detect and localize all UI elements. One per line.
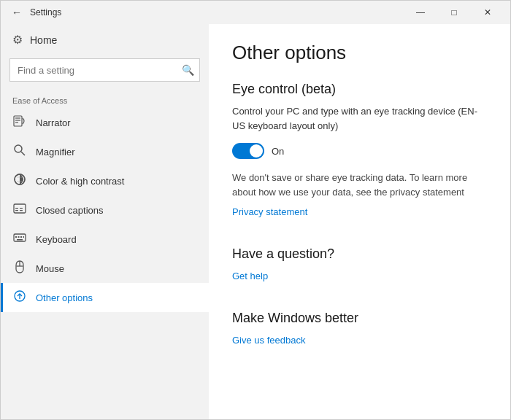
svg-rect-13: [20, 208, 23, 209]
sidebar-item-label-magnifier: Magnifier: [36, 147, 74, 158]
home-icon: ⚙: [12, 33, 23, 47]
window: ← Settings — □ ✕ ⚙ Home 🔍 Ease of Access: [0, 0, 511, 420]
sidebar-section-label: Ease of Access: [1, 90, 209, 108]
privacy-statement-link[interactable]: Privacy statement: [232, 206, 307, 217]
sidebar-item-label-mouse: Mouse: [36, 263, 64, 274]
sidebar-item-other-options[interactable]: Other options: [1, 283, 209, 312]
svg-rect-20: [17, 239, 23, 241]
toggle-knob: [250, 144, 263, 158]
mouse-icon: [12, 260, 27, 276]
sidebar-item-keyboard[interactable]: Keyboard: [1, 225, 209, 254]
question-heading: Have a question?: [232, 246, 487, 262]
svg-rect-16: [15, 236, 17, 238]
svg-rect-0: [14, 116, 22, 126]
sidebar-item-label-narrator: Narrator: [36, 117, 71, 128]
svg-rect-18: [20, 236, 22, 238]
main-content: Other options Eye control (beta) Control…: [209, 24, 510, 419]
minimize-button[interactable]: —: [404, 1, 437, 24]
content-area: ⚙ Home 🔍 Ease of Access: [1, 24, 510, 419]
sidebar-home[interactable]: ⚙ Home: [1, 24, 209, 55]
closed-captions-icon: [12, 202, 27, 218]
other-options-icon: [12, 289, 27, 306]
svg-rect-14: [20, 210, 23, 211]
maximize-button[interactable]: □: [437, 1, 471, 24]
give-feedback-link[interactable]: Give us feedback: [232, 335, 305, 346]
svg-line-5: [21, 152, 25, 155]
titlebar: ← Settings — □ ✕: [1, 1, 510, 24]
sidebar-home-label: Home: [30, 34, 57, 46]
window-title: Settings: [30, 7, 404, 18]
page-title: Other options: [232, 42, 487, 64]
window-controls: — □ ✕: [404, 1, 504, 24]
keyboard-icon: [12, 231, 27, 247]
sidebar-item-mouse[interactable]: Mouse: [1, 254, 209, 283]
back-button[interactable]: ←: [7, 2, 27, 23]
sidebar-item-label-keyboard: Keyboard: [36, 234, 77, 245]
close-button[interactable]: ✕: [471, 1, 504, 24]
get-help-link[interactable]: Get help: [232, 271, 268, 281]
svg-rect-19: [23, 236, 25, 238]
svg-rect-11: [15, 208, 18, 209]
eye-control-toggle-label: On: [272, 146, 284, 157]
sidebar-item-label-color-contrast: Color & high contrast: [36, 176, 124, 187]
eye-control-toggle[interactable]: [232, 143, 264, 159]
search-input[interactable]: [9, 58, 200, 82]
svg-rect-12: [15, 210, 18, 211]
sidebar-item-label-other-options: Other options: [36, 292, 93, 303]
sidebar: ⚙ Home 🔍 Ease of Access: [1, 24, 209, 419]
svg-point-4: [15, 145, 22, 152]
svg-rect-17: [18, 236, 20, 238]
search-box: 🔍: [9, 58, 200, 82]
privacy-note: We don't save or share eye tracking data…: [232, 171, 487, 199]
windows-better-heading: Make Windows better: [232, 311, 487, 326]
sidebar-item-label-captions: Closed captions: [36, 205, 104, 216]
eye-control-heading: Eye control (beta): [232, 82, 487, 97]
sidebar-item-closed-captions[interactable]: Closed captions: [1, 195, 209, 225]
narrator-icon: [12, 114, 27, 131]
magnifier-icon: [12, 144, 27, 160]
eye-control-description: Control your PC and type with an eye tra…: [232, 104, 487, 133]
color-contrast-icon: [12, 173, 27, 189]
sidebar-item-magnifier[interactable]: Magnifier: [1, 137, 209, 166]
sidebar-item-narrator[interactable]: Narrator: [1, 108, 209, 137]
sidebar-item-color-contrast[interactable]: Color & high contrast: [1, 166, 209, 195]
eye-control-toggle-row: On: [232, 143, 487, 159]
